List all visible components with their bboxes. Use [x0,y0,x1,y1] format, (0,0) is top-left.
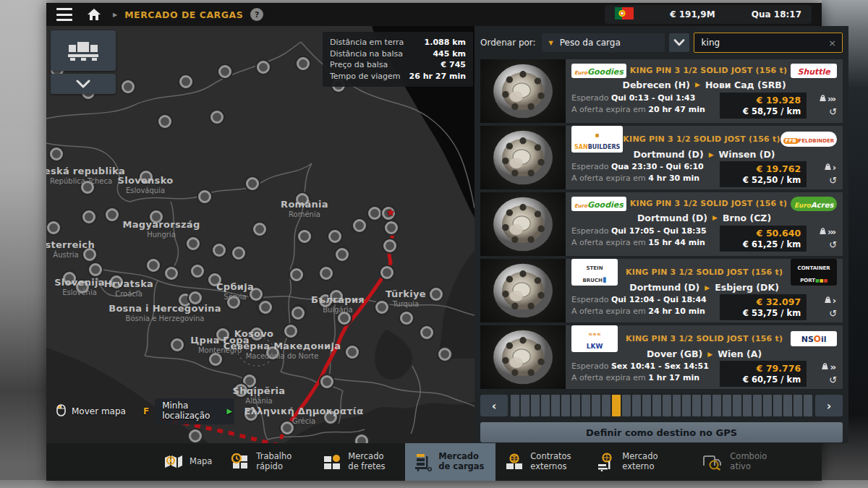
city-dot[interactable] [253,223,266,236]
sort-expand-button[interactable] [669,33,689,52]
city-dot[interactable] [187,237,200,250]
page-segment[interactable] [632,395,641,416]
page-segment[interactable] [793,395,802,416]
page-segment[interactable] [712,395,721,416]
city-dot[interactable] [244,408,258,421]
city-dot[interactable] [83,248,96,261]
city-dot[interactable] [179,75,192,88]
page-segment[interactable] [773,395,782,416]
home-icon[interactable] [82,7,106,22]
clear-search-icon[interactable]: × [828,38,836,48]
city-dot[interactable] [158,115,171,128]
city-dot[interactable] [110,275,123,288]
city-dot[interactable] [82,210,95,223]
city-dot[interactable] [218,65,231,78]
city-dot[interactable] [320,375,333,388]
city-dot[interactable] [106,208,119,221]
city-dot[interactable] [400,312,413,325]
tab-freight[interactable]: Mercado de fretes [313,443,405,481]
city-dot[interactable] [292,307,305,320]
next-page-button[interactable]: › [815,395,843,416]
cargo-offer-row[interactable]: EuroGoodiesKING PIN 3 1/2 SOLID JOST (15… [480,59,843,123]
page-segment[interactable] [723,395,731,416]
city-dot[interactable] [257,61,270,74]
page-segment[interactable] [511,395,519,416]
prev-page-button[interactable]: ‹ [480,395,508,416]
city-dot[interactable] [438,348,451,361]
city-dot[interactable] [259,301,272,314]
page-segment-active[interactable] [612,395,621,416]
city-dot[interactable] [89,263,102,276]
city-dot[interactable] [246,177,259,190]
city-dot[interactable] [290,268,303,281]
city-dot[interactable] [189,429,202,442]
tab-contracts[interactable]: Contratos externos [495,443,587,481]
page-segment[interactable] [642,395,651,416]
page-segment[interactable] [763,395,772,416]
help-icon[interactable]: ? [250,8,263,21]
page-segment[interactable] [743,395,752,416]
city-dot[interactable] [122,80,135,93]
page-segment[interactable] [692,395,701,416]
city-dot[interactable] [383,239,396,252]
city-dot[interactable] [380,266,393,279]
page-segment[interactable] [622,395,631,416]
collapse-filter-button[interactable] [51,74,116,94]
city-dot[interactable] [147,259,160,272]
city-dot[interactable] [140,171,153,184]
page-segment[interactable] [753,395,762,416]
city-dot[interactable] [336,248,349,261]
city-dot[interactable] [281,421,294,435]
city-dot[interactable] [232,247,245,260]
city-dot[interactable] [227,296,240,309]
city-dot[interactable] [191,265,204,278]
set-gps-destination-button[interactable]: Definir como destino no GPS [480,422,843,442]
page-segment[interactable] [582,395,590,416]
page-segment[interactable] [571,395,580,416]
page-segment[interactable] [592,395,600,416]
city-dot[interactable] [213,244,226,257]
city-dot[interactable] [330,290,343,303]
city-dot[interactable] [209,353,222,366]
europe-map[interactable]: Česká republikaRepública TchecaSlovensko… [46,26,475,443]
city-dot[interactable] [297,57,310,70]
cargo-offer-row[interactable]: STEINBRUCH▮KING PIN 3 1/2 SOLID JOST (15… [480,259,843,322]
city-dot[interactable] [234,384,247,397]
search-input[interactable] [700,37,829,48]
cargo-offer-row[interactable]: «««LKWKING PIN 3 1/2 SOLID JOST (156 t)N… [480,325,843,389]
city-dot[interactable] [430,288,443,301]
cargo-offer-row[interactable]: ■SANBUILDERSKING PIN 3 1/2 SOLID JOST (1… [480,126,843,189]
city-dot[interactable] [320,267,333,280]
city-dot[interactable] [150,210,163,223]
city-dot[interactable] [76,281,89,294]
city-dot[interactable] [250,328,263,341]
tab-quick[interactable]: Trabalho rápido [221,443,313,481]
sort-dropdown[interactable]: ▼ Peso da carga [542,33,665,52]
page-segment[interactable] [652,395,661,416]
page-segment[interactable] [783,395,792,416]
tab-map[interactable]: Mapa [155,443,221,481]
page-segment[interactable] [531,395,540,416]
city-dot[interactable] [189,291,202,304]
page-segment[interactable] [663,395,671,416]
city-dot[interactable] [50,147,63,160]
page-segment[interactable] [733,395,741,416]
city-dot[interactable] [81,181,94,194]
city-dot[interactable] [353,219,366,232]
page-segment[interactable] [673,395,681,416]
page-segment[interactable] [541,395,550,416]
city-dot[interactable] [420,326,433,339]
city-dot[interactable] [250,288,263,301]
tab-cargo[interactable]: Mercado de cargas [405,443,495,481]
page-segment[interactable] [602,395,610,416]
city-dot[interactable] [171,338,184,351]
city-dot[interactable] [375,301,388,314]
city-dot[interactable] [355,435,368,443]
cargo-offer-row[interactable]: EuroGoodiesKING PIN 3 1/2 SOLID JOST (15… [480,192,843,256]
tab-external[interactable]: Mercado externo [587,443,679,481]
city-dot[interactable] [385,221,398,234]
city-dot[interactable] [296,193,309,206]
city-dot[interactable] [208,273,221,286]
menu-icon[interactable] [54,5,75,24]
tab-convoy[interactable]: Comboio ativo [692,443,787,481]
